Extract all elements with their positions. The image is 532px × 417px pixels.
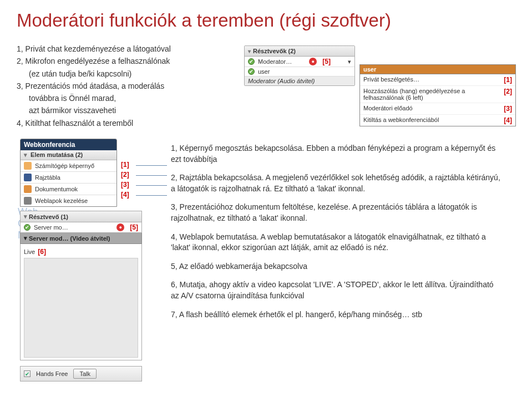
- participant-name: Server mo…: [34, 224, 68, 231]
- video-box: Live [6]: [20, 244, 142, 360]
- video-placeholder: [24, 258, 138, 358]
- annotation-tag: [5]: [322, 58, 331, 65]
- explain-5: 5, Az előadó webkamerája bekapcsolva: [171, 261, 504, 272]
- context-menu: user Privát beszélgetés… [1] Hozzászólás…: [359, 64, 516, 126]
- explanation-column: 1, Képernyő megosztás bekapcsolása. Ebbe…: [171, 143, 504, 328]
- participant-video-panel: ▾ Résztvevő (1) ✔ Server mo… ● [5] ▾ Ser…: [20, 211, 142, 360]
- annotation-tag: [1]: [121, 161, 129, 169]
- chevron-down-icon: ▾: [24, 235, 27, 242]
- moderator-audio-label: Moderator (Audio átvitel): [248, 78, 315, 84]
- explain-3: 3, Prezentációhoz dokumentum feltöltése,…: [171, 202, 504, 223]
- explain-1: 1, Képernyő megosztás bekapcsolása. Ebbe…: [171, 143, 504, 165]
- server-mod-label: Server mod… (Video átvitel): [29, 235, 110, 242]
- annotation-tag: [3]: [504, 105, 512, 113]
- live-label: Live [6]: [24, 248, 46, 256]
- status-icon: ✔: [24, 224, 31, 231]
- bullet-3-sub2: azt bármikor visszaveheti: [17, 105, 216, 116]
- annotation-tag: [4]: [121, 191, 129, 199]
- annotation-tag: [1]: [504, 76, 512, 84]
- resv-title: Résztvevő (1): [29, 213, 68, 220]
- sidebar-item-screen[interactable]: Számítógép képernyő: [21, 160, 116, 172]
- menu-label: Moderátori előadó: [363, 105, 413, 113]
- annotation-tag: [6]: [38, 248, 46, 256]
- annotation-tag: [2]: [121, 171, 129, 179]
- chevron-down-icon: ▾: [24, 213, 27, 220]
- annotation-tag: [2]: [504, 88, 512, 101]
- menu-label: Kitiltás a webkonferenciából: [363, 116, 439, 124]
- sidebar-item-documents[interactable]: Dokumentumok: [21, 184, 116, 195]
- hands-free-bar: ✔ Hands Free Talk: [20, 366, 142, 382]
- menu-item-ban[interactable]: Kitiltás a webkonferenciából [4]: [360, 115, 515, 126]
- chevron-down-icon: ▾: [248, 48, 251, 54]
- explain-6: 6, Mutatja, ahogy aktív a video kapcsola…: [171, 279, 504, 301]
- sidebar-item-label: Számítógép képernyő: [35, 162, 94, 169]
- participants-panel: ▾ Résztvevők (2) ✔ Moderator… ● [5] ▾ ✔ …: [244, 45, 355, 86]
- menu-item-presenter[interactable]: Moderátori előadó [3]: [360, 103, 515, 115]
- participant-row[interactable]: ✔ Server mo… ● [5]: [20, 222, 142, 233]
- explain-4: 4, Weblapok bemutatása. A weblap bemutat…: [171, 232, 504, 253]
- bullet-3-sub1: továbbra is Önnél marad,: [17, 93, 216, 104]
- participant-name: Moderator…: [258, 58, 292, 65]
- talk-button[interactable]: Talk: [73, 369, 97, 379]
- globe-icon: [24, 197, 32, 205]
- arrow-line: [136, 195, 167, 196]
- moderator-audio-row: Moderator (Audio átvitel): [245, 77, 354, 85]
- chevron-down-icon: ▾: [348, 58, 351, 65]
- sidebar-item-webpages[interactable]: Weblapok kezelése: [21, 195, 116, 206]
- arrow-line: [136, 185, 167, 186]
- participant-row[interactable]: ✔ user: [245, 67, 354, 77]
- sidebar-item-label: Dokumentumok: [35, 186, 78, 192]
- webkonf-title: Webkonferencia: [21, 139, 116, 150]
- hands-free-label: Hands Free: [36, 370, 68, 377]
- resv-head[interactable]: ▾ Résztvevő (1): [20, 211, 142, 222]
- mic-icon: ●: [116, 223, 124, 231]
- monitor-icon: [24, 162, 32, 170]
- webkonf-sub[interactable]: ▾ Elem mutatása (2): [21, 150, 116, 160]
- annotation-tag: [5]: [130, 223, 138, 231]
- participants-title: Résztvevők (2): [253, 48, 296, 54]
- webkonferencia-panel: Webkonferencia ▾ Elem mutatása (2) Számí…: [20, 139, 117, 207]
- context-menu-head: user: [360, 65, 515, 74]
- participant-name: user: [258, 68, 270, 75]
- bullet-4: 4, Kitilthat felhasználót a teremből: [17, 118, 216, 129]
- explain-2: 2, Rajztábla bekapcsolása. A megjelenő v…: [171, 172, 504, 194]
- bullet-1: 1, Privát chat kezdeményezése a látogató…: [17, 43, 216, 54]
- bullet-2-sub: (ez után tudja be/ki kapcsolni): [17, 68, 216, 79]
- menu-label: Hozzászólás (hang) engedélyezése a felha…: [363, 88, 504, 101]
- webkonf-sub-label: Elem mutatása (2): [31, 151, 83, 158]
- live-text: Live: [24, 248, 35, 255]
- status-icon: ✔: [248, 68, 255, 75]
- whiteboard-icon: [24, 174, 32, 181]
- mic-icon: ●: [309, 58, 317, 65]
- page-title: Moderátori funkciók a teremben (régi szo…: [17, 10, 515, 31]
- annotation-tag: [3]: [121, 181, 129, 189]
- sidebar-item-label: Rajztábla: [35, 174, 60, 181]
- arrow-line: [136, 175, 167, 176]
- menu-item-allow-voice[interactable]: Hozzászólás (hang) engedélyezése a felha…: [360, 86, 515, 103]
- sidebar-item-label: Weblapok kezelése: [35, 197, 88, 204]
- menu-label: Privát beszélgetés…: [363, 76, 419, 84]
- document-icon: [24, 185, 32, 193]
- sidebar-item-whiteboard[interactable]: Rajztábla: [21, 172, 116, 184]
- status-icon: ✔: [248, 58, 255, 65]
- server-mod-video-bar: ▾ Server mod… (Video átvitel): [20, 233, 142, 244]
- bullet-2: 2, Mikrofon engedélyezése a felhasználón…: [17, 55, 216, 67]
- participant-row[interactable]: ✔ Moderator… ● [5] ▾: [245, 57, 354, 67]
- explain-7: 7, A flash beállító elemek érhetők el pl…: [171, 309, 504, 321]
- bullet-3: 3, Prezentációs mód átadása, a moderálás: [17, 80, 216, 91]
- hands-free-checkbox[interactable]: ✔: [24, 370, 31, 377]
- participants-head[interactable]: ▾ Résztvevők (2): [245, 46, 354, 57]
- menu-item-private-chat[interactable]: Privát beszélgetés… [1]: [360, 74, 515, 86]
- bullet-list: 1, Privát chat kezdeményezése a látogató…: [17, 43, 216, 129]
- annotation-tag: [4]: [504, 116, 512, 124]
- arrow-line: [136, 165, 167, 166]
- chevron-down-icon: ▾: [24, 151, 27, 158]
